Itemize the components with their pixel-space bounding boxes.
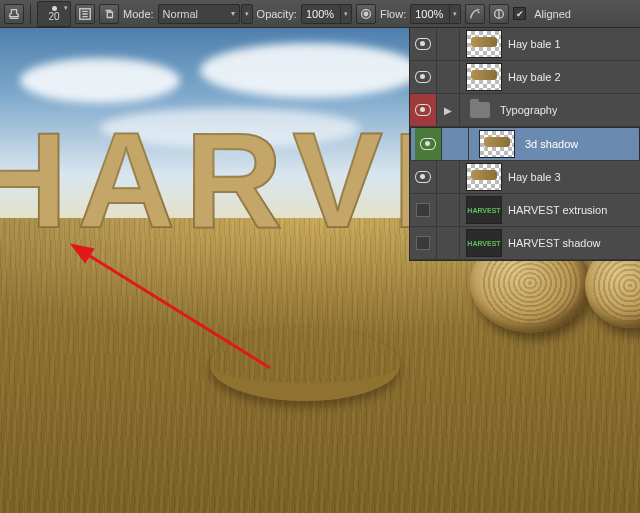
airbrush-button[interactable] (465, 4, 485, 24)
brush-size-value: 20 (48, 12, 59, 22)
layer-extras[interactable] (437, 161, 460, 193)
flow-input-group: 100% ▾ (410, 4, 461, 24)
eye-icon (420, 138, 436, 150)
layer-thumbnail: HARVEST (466, 196, 502, 224)
brush-preset-picker[interactable]: 20 ▾ (37, 1, 71, 27)
layer-row[interactable]: Hay bale 3 (410, 161, 640, 194)
folder-icon (470, 102, 490, 118)
mode-label: Mode: (123, 8, 154, 20)
aligned-label: Aligned (534, 8, 571, 20)
layer-row[interactable]: Hay bale 2 (410, 61, 640, 94)
layer-name[interactable]: Typography (500, 104, 557, 116)
app-window: 20 ▾ Mode: Normal ▾ ▾ Opacity: 100% ▾ Fl… (0, 0, 640, 513)
aligned-checkbox[interactable]: ✔ (513, 7, 526, 20)
layer-name[interactable]: HARVEST extrusion (508, 204, 607, 216)
empty-visibility-icon (416, 236, 430, 250)
stamp-tool-icon[interactable] (4, 4, 24, 24)
visibility-toggle[interactable] (410, 194, 437, 226)
visibility-toggle[interactable] (410, 28, 437, 60)
visibility-toggle[interactable] (415, 128, 442, 160)
layer-name[interactable]: Hay bale 2 (508, 71, 561, 83)
layer-thumbnail: HARVEST (466, 229, 502, 257)
layer-thumbnail (466, 163, 502, 191)
layer-extras[interactable] (437, 61, 460, 93)
blend-mode-select[interactable]: Normal ▾ (158, 4, 240, 24)
blend-mode-value: Normal (163, 8, 198, 20)
layer-row[interactable]: HARVESTHARVEST shadow (410, 227, 640, 260)
brush-dot-icon (52, 6, 57, 11)
visibility-toggle[interactable] (410, 227, 437, 259)
layer-row[interactable]: ▶Typography (410, 94, 640, 127)
eye-icon (415, 171, 431, 183)
layer-extras[interactable] (446, 128, 469, 160)
flow-scrubber[interactable]: ▾ (450, 4, 461, 24)
layer-extras[interactable] (437, 28, 460, 60)
mode-extra-button[interactable]: ▾ (241, 4, 253, 24)
opacity-scrubber[interactable]: ▾ (341, 4, 352, 24)
layer-extras[interactable] (437, 227, 460, 259)
visibility-toggle[interactable] (410, 94, 437, 126)
layer-extras[interactable]: ▶ (437, 94, 460, 126)
layer-thumbnail (466, 30, 502, 58)
eye-icon (415, 71, 431, 83)
layer-name[interactable]: 3d shadow (525, 138, 578, 150)
options-bar: 20 ▾ Mode: Normal ▾ ▾ Opacity: 100% ▾ Fl… (0, 0, 640, 28)
eye-icon (415, 38, 431, 50)
pressure-opacity-button[interactable] (356, 4, 376, 24)
pressure-size-button[interactable] (489, 4, 509, 24)
opacity-input-group: 100% ▾ (301, 4, 352, 24)
layer-row[interactable]: 3d shadow (410, 127, 640, 161)
opacity-input[interactable]: 100% (301, 4, 341, 24)
layer-row[interactable]: Hay bale 1 (410, 28, 640, 61)
layers-panel: Hay bale 1Hay bale 2▶Typography3d shadow… (409, 28, 640, 261)
empty-visibility-icon (416, 203, 430, 217)
svg-point-2 (364, 12, 368, 16)
chevron-down-icon: ▾ (231, 9, 235, 18)
eye-icon (415, 104, 431, 116)
visibility-toggle[interactable] (410, 61, 437, 93)
brush-panel-button[interactable] (75, 4, 95, 24)
opacity-label: Opacity: (257, 8, 297, 20)
flow-label: Flow: (380, 8, 406, 20)
hay-bale-half (210, 328, 400, 401)
layer-thumbnail (466, 63, 502, 91)
chevron-down-icon: ▾ (64, 4, 68, 11)
visibility-toggle[interactable] (410, 161, 437, 193)
layer-thumbnail (479, 130, 515, 158)
layer-extras[interactable] (437, 194, 460, 226)
clone-source-button[interactable] (99, 4, 119, 24)
separator (30, 4, 31, 24)
flow-input[interactable]: 100% (410, 4, 450, 24)
layer-name[interactable]: HARVEST shadow (508, 237, 601, 249)
layer-name[interactable]: Hay bale 1 (508, 38, 561, 50)
layer-row[interactable]: HARVESTHARVEST extrusion (410, 194, 640, 227)
layer-name[interactable]: Hay bale 3 (508, 171, 561, 183)
